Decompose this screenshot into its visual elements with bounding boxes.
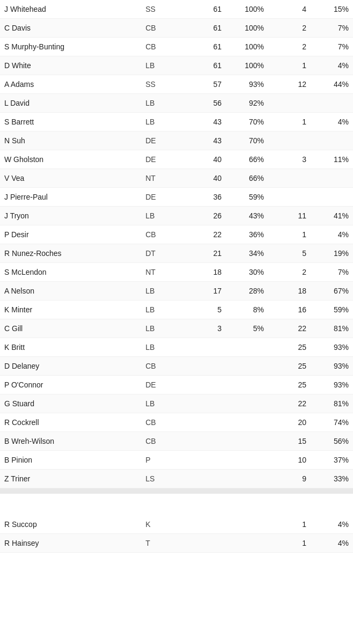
player-position: T: [141, 534, 183, 553]
player-st-pct: 74%: [311, 413, 353, 432]
table-row: B PinionP1037%: [0, 451, 353, 470]
player-snap-pct: 100%: [226, 38, 268, 56]
player-st-pct: 4%: [311, 225, 353, 244]
player-position: SS: [141, 0, 183, 19]
player-snaps: 26: [183, 207, 226, 225]
player-st-pct: 15%: [311, 0, 353, 19]
player-name: L David: [0, 94, 141, 113]
player-st-snaps: 12: [268, 75, 311, 94]
player-st-pct: 93%: [311, 357, 353, 376]
player-st-pct: 7%: [311, 263, 353, 282]
player-name: D Delaney: [0, 357, 141, 376]
player-st-pct: 7%: [311, 19, 353, 38]
player-snaps: [183, 432, 226, 451]
table-row: B Wreh-WilsonCB1556%: [0, 432, 353, 451]
player-snap-pct: 100%: [226, 19, 268, 38]
player-st-pct: 4%: [311, 515, 353, 534]
player-snap-pct: [226, 338, 268, 357]
player-st-snaps: [268, 94, 311, 113]
player-st-pct: 67%: [311, 282, 353, 301]
table-row: W GholstonDE4066%311%: [0, 150, 353, 169]
player-st-snaps: 15: [268, 432, 311, 451]
player-name: R Nunez-Roches: [0, 244, 141, 263]
player-snaps: [183, 394, 226, 413]
player-snap-pct: 66%: [226, 150, 268, 169]
player-name: S McLendon: [0, 263, 141, 282]
player-st-pct: 93%: [311, 338, 353, 357]
player-name: P O'Connor: [0, 376, 141, 394]
player-name: C Gill: [0, 319, 141, 338]
player-name: W Gholston: [0, 150, 141, 169]
player-position: LB: [141, 301, 183, 319]
player-name: V Vea: [0, 169, 141, 188]
player-st-snaps: 9: [268, 470, 311, 488]
table-row: R HainseyT14%: [0, 534, 353, 553]
player-snaps: [183, 357, 226, 376]
player-snaps: 17: [183, 282, 226, 301]
table-row: R CockrellCB2074%: [0, 413, 353, 432]
table-row: C DavisCB61100%27%: [0, 19, 353, 38]
player-st-pct: [311, 169, 353, 188]
player-snaps: 40: [183, 169, 226, 188]
player-st-snaps: 1: [268, 225, 311, 244]
player-snap-pct: 34%: [226, 244, 268, 263]
player-st-pct: [311, 188, 353, 207]
player-st-snaps: 16: [268, 301, 311, 319]
table-row: J TryonLB2643%1141%: [0, 207, 353, 225]
player-st-snaps: 1: [268, 113, 311, 131]
player-name: C Davis: [0, 19, 141, 38]
table-row: A AdamsSS5793%1244%: [0, 75, 353, 94]
player-name: A Adams: [0, 75, 141, 94]
player-name: A Nelson: [0, 282, 141, 301]
player-name: N Suh: [0, 131, 141, 150]
player-snaps: [183, 534, 226, 553]
player-snaps: [183, 515, 226, 534]
player-st-pct: 44%: [311, 75, 353, 94]
player-st-snaps: [268, 188, 311, 207]
player-st-snaps: [268, 169, 311, 188]
player-position: DE: [141, 188, 183, 207]
player-position: DT: [141, 244, 183, 263]
player-position: CB: [141, 19, 183, 38]
player-snaps: 57: [183, 75, 226, 94]
player-snap-pct: [226, 357, 268, 376]
player-st-pct: [311, 131, 353, 150]
player-st-snaps: 18: [268, 282, 311, 301]
player-st-pct: 4%: [311, 534, 353, 553]
player-st-snaps: 25: [268, 376, 311, 394]
player-position: LB: [141, 207, 183, 225]
player-name: R Hainsey: [0, 534, 141, 553]
player-position: SS: [141, 75, 183, 94]
player-snaps: [183, 376, 226, 394]
player-snap-pct: 92%: [226, 94, 268, 113]
player-snap-pct: 30%: [226, 263, 268, 282]
player-name: P Desir: [0, 225, 141, 244]
player-st-pct: 11%: [311, 150, 353, 169]
player-position: DE: [141, 150, 183, 169]
player-snap-pct: [226, 432, 268, 451]
player-st-pct: [311, 94, 353, 113]
table-row: G StuardLB2281%: [0, 394, 353, 413]
secondary-player-table: R SuccopK14%R HainseyT14%: [0, 515, 353, 553]
player-snap-pct: 59%: [226, 188, 268, 207]
player-snaps: 43: [183, 131, 226, 150]
player-position: CB: [141, 432, 183, 451]
player-snaps: [183, 413, 226, 432]
player-position: NT: [141, 263, 183, 282]
table-row: J WhiteheadSS61100%415%: [0, 0, 353, 19]
table-row: R Nunez-RochesDT2134%519%: [0, 244, 353, 263]
player-snap-pct: [226, 515, 268, 534]
player-snaps: 18: [183, 263, 226, 282]
player-snaps: 36: [183, 188, 226, 207]
player-name: J Whitehead: [0, 0, 141, 19]
player-st-snaps: 2: [268, 19, 311, 38]
player-position: LB: [141, 338, 183, 357]
player-snap-pct: [226, 534, 268, 553]
player-snaps: 5: [183, 301, 226, 319]
player-snap-pct: 70%: [226, 113, 268, 131]
player-snap-pct: [226, 394, 268, 413]
player-st-pct: 19%: [311, 244, 353, 263]
player-snaps: 61: [183, 0, 226, 19]
player-st-pct: 41%: [311, 207, 353, 225]
table-row: L DavidLB5692%: [0, 94, 353, 113]
